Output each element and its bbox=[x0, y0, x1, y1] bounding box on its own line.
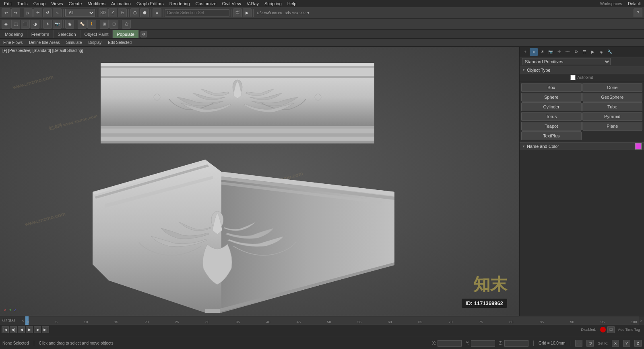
obj-box-btn[interactable]: Box bbox=[521, 83, 582, 92]
material-editor-btn[interactable]: ◉ bbox=[65, 20, 74, 29]
next-key-btn[interactable]: |▶ bbox=[34, 326, 41, 333]
grid-btn[interactable]: ⊞ bbox=[100, 20, 109, 29]
x-field[interactable] bbox=[438, 340, 462, 347]
wireframe-btn[interactable]: ⬚ bbox=[11, 20, 20, 29]
snap-pts-btn[interactable]: ⊡ bbox=[109, 20, 118, 29]
select-btn[interactable]: ▷ bbox=[24, 8, 33, 17]
obj-teapot-btn[interactable]: Teapot bbox=[521, 122, 582, 131]
play-back-btn[interactable]: ◀ bbox=[18, 326, 25, 333]
simulate-item[interactable]: Simulate bbox=[65, 40, 84, 45]
tab-modeling[interactable]: Modeling bbox=[1, 30, 27, 38]
key-mode-btn[interactable]: ⋯ bbox=[575, 340, 582, 347]
tab-object-paint[interactable]: Object Paint bbox=[80, 30, 113, 38]
rp-space-warp-icon[interactable]: 〰 bbox=[564, 48, 572, 56]
tab-selection[interactable]: Selection bbox=[54, 30, 80, 38]
z-field[interactable] bbox=[504, 340, 528, 347]
menu-graph-editors[interactable]: Graph Editors bbox=[134, 1, 166, 6]
time-config-btn[interactable]: ⏱ bbox=[586, 340, 594, 347]
obj-tube-btn[interactable]: Tube bbox=[582, 102, 643, 111]
rp-motion-icon[interactable]: ▶ bbox=[589, 48, 597, 56]
render-btn[interactable]: ▶ bbox=[243, 8, 252, 17]
primitives-select[interactable]: Standard Primitives Extended Primitives … bbox=[522, 58, 611, 65]
obj-plane-btn[interactable]: Plane bbox=[582, 122, 643, 131]
obj-textplus-btn[interactable]: TextPlus bbox=[521, 131, 582, 140]
menu-create[interactable]: Create bbox=[66, 1, 84, 6]
tab-freeform[interactable]: Freeform bbox=[27, 30, 54, 38]
workspace-value[interactable]: Default bbox=[626, 2, 642, 6]
display-item[interactable]: Display bbox=[87, 40, 103, 45]
rp-camera-icon[interactable]: 📷 bbox=[547, 48, 555, 56]
autogrid-checkbox[interactable] bbox=[570, 75, 576, 80]
help-btn2[interactable]: ? bbox=[634, 8, 642, 17]
fine-flows-item[interactable]: Fine Flows bbox=[2, 40, 24, 45]
move-btn[interactable]: ✛ bbox=[33, 8, 42, 17]
rp-sphere-icon[interactable]: ○ bbox=[530, 48, 538, 56]
rp-light-icon[interactable]: ☀ bbox=[538, 48, 546, 56]
set-k-z-btn[interactable]: Z bbox=[634, 340, 642, 347]
light-btn[interactable]: ☀ bbox=[43, 20, 52, 29]
disabled-toggle[interactable]: ☐ bbox=[607, 326, 615, 333]
prev-frame-btn[interactable]: < bbox=[20, 319, 25, 323]
menu-vray[interactable]: V-Ray bbox=[244, 1, 261, 6]
obj-pyramid-btn[interactable]: Pyramid bbox=[582, 112, 643, 121]
viewport-content[interactable]: www.znzmo.com 知末网 www.znzmo.com www.znzm… bbox=[0, 47, 519, 316]
define-idle-areas-item[interactable]: Define Idle Areas bbox=[27, 40, 61, 45]
menu-scripting[interactable]: Scripting bbox=[262, 1, 284, 6]
layer-btn[interactable]: ≡ bbox=[153, 8, 161, 17]
chamfer-btn[interactable]: ⬠ bbox=[122, 20, 131, 29]
snap-3d-btn[interactable]: 3D bbox=[99, 8, 107, 17]
angle-snap-btn[interactable]: ∠ bbox=[108, 8, 117, 17]
set-k-btn[interactable]: X bbox=[612, 340, 619, 347]
name-color-section[interactable]: Name and Color bbox=[520, 142, 644, 150]
next-frame-btn[interactable]: > bbox=[639, 319, 644, 323]
percent-snap-btn[interactable]: % bbox=[118, 8, 127, 17]
menu-animation[interactable]: Animation bbox=[109, 1, 133, 6]
bone-btn[interactable]: 🦴 bbox=[78, 20, 87, 29]
menu-rendering[interactable]: Rendering bbox=[167, 1, 192, 6]
tab-populate[interactable]: Populate bbox=[113, 30, 138, 38]
rp-display-icon[interactable]: ◈ bbox=[597, 48, 605, 56]
obj-sphere-btn[interactable]: Sphere bbox=[521, 93, 582, 102]
obj-geosphere-btn[interactable]: GeoSphere bbox=[582, 93, 643, 102]
menu-help[interactable]: Help bbox=[285, 1, 299, 6]
biped-btn[interactable]: 🚶 bbox=[87, 20, 96, 29]
menu-tools[interactable]: Tools bbox=[15, 1, 30, 6]
populate-settings[interactable]: ⚙ bbox=[140, 31, 147, 37]
obj-torus-btn[interactable]: Torus bbox=[521, 112, 582, 121]
undo-btn[interactable]: ↩ bbox=[2, 8, 10, 17]
play-fwd-btn[interactable]: ▶ bbox=[26, 326, 33, 333]
timeline[interactable]: 0 / 100 < 05101520 2530354045 5055606570… bbox=[0, 316, 644, 325]
color-swatch[interactable] bbox=[635, 143, 642, 150]
y-field[interactable] bbox=[471, 340, 495, 347]
create-selection-set[interactable] bbox=[165, 9, 229, 17]
mirror-btn[interactable]: ⬡ bbox=[130, 8, 139, 17]
align-btn[interactable]: ⬣ bbox=[140, 8, 149, 17]
rp-utilities-icon[interactable]: 🔧 bbox=[606, 48, 614, 56]
menu-customize[interactable]: Customize bbox=[193, 1, 219, 6]
obj-cone-btn[interactable]: Cone bbox=[582, 83, 643, 92]
render-setup-btn[interactable]: 🎬 bbox=[233, 8, 242, 17]
rp-plus-icon[interactable]: + bbox=[521, 48, 529, 56]
viewport[interactable]: [+] [Perspective] [Standard] [Default Sh… bbox=[0, 47, 519, 316]
rp-helper-icon[interactable]: ✛ bbox=[555, 48, 563, 56]
prev-key-btn[interactable]: ◀| bbox=[10, 326, 17, 333]
menu-views[interactable]: Views bbox=[49, 1, 65, 6]
set-k-y-btn[interactable]: Y bbox=[623, 340, 630, 347]
object-type-title[interactable]: Object Type bbox=[520, 66, 644, 74]
transparency-btn[interactable]: ◑ bbox=[31, 20, 39, 29]
menu-civil-view[interactable]: Civil View bbox=[220, 1, 244, 6]
camera-btn2[interactable]: 📷 bbox=[53, 20, 62, 29]
selection-filter[interactable]: All Geometry Shapes Lights Cameras bbox=[65, 9, 95, 17]
rp-modifier-icon[interactable]: ⚙ bbox=[572, 48, 580, 56]
edit-selected-item[interactable]: Edit Selected bbox=[106, 40, 133, 45]
rp-hierarchy-icon[interactable]: ☴ bbox=[580, 48, 588, 56]
obj-cylinder-btn[interactable]: Cylinder bbox=[521, 102, 582, 111]
edged-faces-btn[interactable]: ⬛ bbox=[21, 20, 30, 29]
menu-edit[interactable]: Edit bbox=[2, 1, 14, 6]
scale-btn[interactable]: ⤡ bbox=[53, 8, 62, 17]
redo-btn[interactable]: ↪ bbox=[11, 8, 20, 17]
viewport-shading-btn[interactable]: ◈ bbox=[2, 20, 10, 29]
menu-modifiers[interactable]: Modifiers bbox=[85, 1, 108, 6]
go-start-btn[interactable]: |◀ bbox=[2, 326, 9, 333]
go-end-btn[interactable]: ▶| bbox=[42, 326, 49, 333]
